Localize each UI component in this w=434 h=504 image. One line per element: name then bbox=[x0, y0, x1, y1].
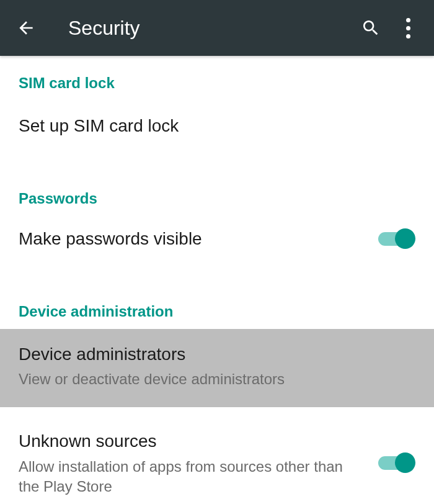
item-device-administrators[interactable]: Device administrators View or deactivate… bbox=[0, 329, 434, 407]
app-bar: Security bbox=[0, 0, 434, 56]
item-sim-card-lock[interactable]: Set up SIM card lock bbox=[0, 101, 434, 155]
back-button[interactable] bbox=[11, 13, 41, 43]
item-title: Unknown sources bbox=[19, 430, 366, 453]
section-header-device-admin: Device administration bbox=[0, 287, 434, 329]
toggle-thumb bbox=[395, 452, 415, 473]
item-title: Device administrators bbox=[19, 343, 415, 366]
section-header-sim: SIM card lock bbox=[0, 58, 434, 101]
spacer bbox=[0, 155, 434, 174]
more-vert-icon bbox=[406, 18, 410, 38]
spacer bbox=[0, 268, 434, 287]
toggle-thumb bbox=[395, 228, 415, 249]
page-title: Security bbox=[68, 17, 348, 40]
back-arrow-icon bbox=[16, 18, 36, 38]
toggle-unknown-sources[interactable] bbox=[378, 452, 415, 474]
search-icon bbox=[361, 18, 381, 38]
item-subtitle: View or deactivate device administrators bbox=[19, 369, 415, 389]
settings-content: SIM card lock Set up SIM card lock Passw… bbox=[0, 56, 434, 504]
more-button[interactable] bbox=[393, 13, 423, 43]
item-subtitle: Allow installation of apps from sources … bbox=[19, 457, 366, 497]
section-header-passwords: Passwords bbox=[0, 174, 434, 216]
item-title: Set up SIM card lock bbox=[19, 114, 415, 138]
item-title: Make passwords visible bbox=[19, 227, 366, 251]
item-unknown-sources[interactable]: Unknown sources Allow installation of ap… bbox=[0, 418, 434, 504]
item-passwords-visible[interactable]: Make passwords visible bbox=[0, 216, 434, 268]
search-button[interactable] bbox=[356, 13, 386, 43]
toggle-passwords-visible[interactable] bbox=[378, 228, 415, 250]
spacer bbox=[0, 407, 434, 418]
